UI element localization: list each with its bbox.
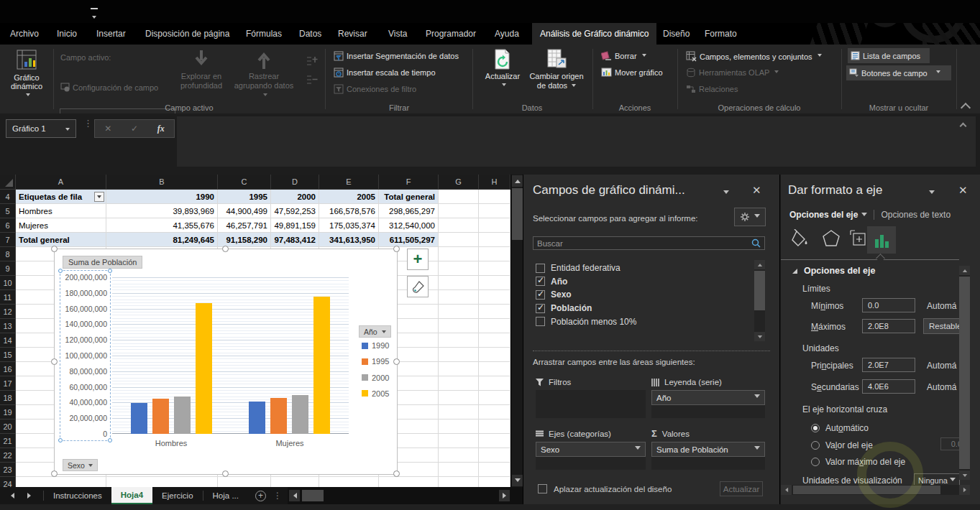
- new-sheet-button[interactable]: +: [255, 491, 266, 501]
- format-pane-vscrollbar-thumb[interactable]: [959, 277, 970, 469]
- cell-E7[interactable]: 341,613,950: [319, 233, 379, 247]
- cell-A6[interactable]: Mujeres: [16, 218, 106, 233]
- row-header-24[interactable]: 24: [0, 477, 16, 487]
- ribbon-tab-ayuda[interactable]: Ayuda: [493, 23, 521, 45]
- relationships-button[interactable]: Relaciones: [686, 84, 738, 94]
- cell-A4[interactable]: Etiquetas de fila: [16, 190, 106, 204]
- defer-layout-checkbox[interactable]: [538, 484, 547, 493]
- scroll-left-icon[interactable]: [289, 490, 300, 501]
- effects-icon[interactable]: [822, 229, 841, 248]
- cell-H13[interactable]: [479, 319, 510, 333]
- cell-G11[interactable]: [439, 290, 479, 305]
- format-pane-vscrollbar[interactable]: [959, 266, 970, 480]
- bar-mujeres-2005[interactable]: [313, 297, 330, 434]
- tab-text-options[interactable]: Opciones de texto: [881, 210, 951, 220]
- cell-G18[interactable]: [439, 391, 479, 405]
- cell-G21[interactable]: [439, 434, 479, 448]
- chart-elements-button[interactable]: +: [407, 249, 429, 270]
- field-buttons-button[interactable]: Botones de campo: [846, 65, 951, 80]
- chart-resize-handle[interactable]: [393, 470, 400, 477]
- fmt-input-minimos[interactable]: 0.0: [862, 298, 915, 312]
- sheet-nav-left-icon[interactable]: [10, 493, 14, 499]
- row-header-10[interactable]: 10: [0, 276, 16, 290]
- bar-mujeres-2000[interactable]: [292, 395, 308, 434]
- search-input[interactable]: Buscar: [533, 236, 765, 250]
- fields-pane-close-icon[interactable]: ✕: [752, 184, 761, 197]
- legend-field-button[interactable]: Año: [359, 325, 391, 338]
- area-box-filters[interactable]: [536, 390, 646, 418]
- fields-pane-tools-button[interactable]: [734, 208, 766, 226]
- ribbon-tab-diseno[interactable]: Diseño: [661, 23, 691, 45]
- chart-resize-handle[interactable]: [393, 246, 400, 252]
- column-header-F[interactable]: F: [379, 175, 439, 190]
- cell-H18[interactable]: [479, 391, 510, 405]
- radio-valor-del-eje[interactable]: [811, 441, 820, 450]
- sheet-tab-hoja[interactable]: Hoja ...: [203, 487, 248, 504]
- field-checkbox-poblacion[interactable]: [536, 304, 545, 313]
- drill-down-button[interactable]: Explorar en profundidad: [178, 47, 224, 91]
- area-box-axis[interactable]: Sexo: [536, 442, 646, 470]
- ribbon-tab-vista[interactable]: Vista: [387, 23, 408, 45]
- olap-tools-button[interactable]: Herramientas OLAP: [686, 68, 779, 78]
- column-header-H[interactable]: H: [479, 175, 510, 190]
- filter-connections-button[interactable]: Conexiones de filtro: [334, 84, 416, 94]
- cell-E24[interactable]: [319, 477, 379, 487]
- format-pane-menu-icon[interactable]: [929, 190, 935, 197]
- cell-G5[interactable]: [439, 204, 479, 218]
- cell-H20[interactable]: [479, 419, 510, 434]
- field-list-scrollbar-thumb[interactable]: [754, 271, 765, 310]
- collapse-ribbon-icon[interactable]: [961, 103, 971, 113]
- cell-B24[interactable]: [106, 477, 218, 487]
- ribbon-tab-formato[interactable]: Formato: [703, 23, 738, 45]
- chart-resize-handle[interactable]: [51, 358, 58, 365]
- collapse-field-icon[interactable]: [306, 74, 319, 85]
- horizontal-scrollbar[interactable]: [288, 487, 523, 504]
- vertical-scrollbar[interactable]: [510, 175, 523, 487]
- cell-A24[interactable]: [16, 477, 106, 487]
- cell-H8[interactable]: [479, 247, 510, 261]
- field-item-sexo[interactable]: Sexo: [536, 289, 572, 300]
- cell-D24[interactable]: [271, 477, 319, 487]
- cell-F6[interactable]: 312,540,000: [379, 218, 439, 233]
- row-header-4[interactable]: 4: [0, 190, 16, 204]
- chart-title-field-button[interactable]: Suma de Población: [63, 256, 142, 269]
- cell-G14[interactable]: [439, 333, 479, 348]
- row-header-19[interactable]: 19: [0, 405, 16, 419]
- radio-valor-maximo-del-eje[interactable]: [811, 458, 820, 466]
- field-checkbox-ano[interactable]: [536, 277, 545, 286]
- fill-line-icon[interactable]: [791, 229, 810, 248]
- cell-G10[interactable]: [439, 276, 479, 290]
- field-settings-button[interactable]: Configuración de campo: [60, 83, 158, 92]
- column-header-D[interactable]: D: [271, 175, 319, 190]
- section-collapse-icon[interactable]: [792, 269, 797, 274]
- axis-field-button[interactable]: Sexo: [63, 459, 98, 471]
- name-box[interactable]: Gráfico 1: [6, 119, 76, 138]
- area-box-values[interactable]: Suma de Población: [651, 442, 765, 470]
- update-button[interactable]: Actualizar: [720, 481, 763, 496]
- cell-H11[interactable]: [479, 290, 510, 305]
- cell-H22[interactable]: [479, 448, 510, 463]
- cell-C5[interactable]: 44,900,499: [218, 204, 271, 218]
- cell-H15[interactable]: [479, 348, 510, 362]
- fmt-input-maximos[interactable]: 2.0E8: [862, 319, 915, 333]
- cell-G12[interactable]: [439, 305, 479, 319]
- area-field-suma-de-poblacion[interactable]: Suma de Población: [651, 442, 765, 457]
- row-header-18[interactable]: 18: [0, 391, 16, 405]
- cell-H10[interactable]: [479, 276, 510, 290]
- ribbon-tab-insertar[interactable]: Insertar: [95, 23, 127, 45]
- bar-mujeres-1995[interactable]: [270, 398, 287, 434]
- row-header-13[interactable]: 13: [0, 319, 16, 333]
- field-item-poblacion-menos-10[interactable]: Población menos 10%: [536, 317, 636, 327]
- cell-G24[interactable]: [439, 477, 479, 487]
- clear-button[interactable]: Borrar: [601, 51, 646, 61]
- scroll-right-icon[interactable]: [499, 490, 510, 501]
- sheet-tab-hoja4[interactable]: Hoja4: [111, 487, 152, 504]
- cell-A5[interactable]: Hombres: [16, 204, 106, 218]
- vertical-scrollbar-thumb[interactable]: [512, 188, 523, 240]
- row-header-12[interactable]: 12: [0, 305, 16, 319]
- cell-G8[interactable]: [439, 247, 479, 261]
- insert-slicer-button[interactable]: Insertar Segmentación de datos: [334, 51, 459, 61]
- cell-B5[interactable]: 39,893,969: [106, 204, 218, 218]
- cell-F5[interactable]: 298,965,297: [379, 204, 439, 218]
- area-box-legend[interactable]: Año: [651, 390, 765, 418]
